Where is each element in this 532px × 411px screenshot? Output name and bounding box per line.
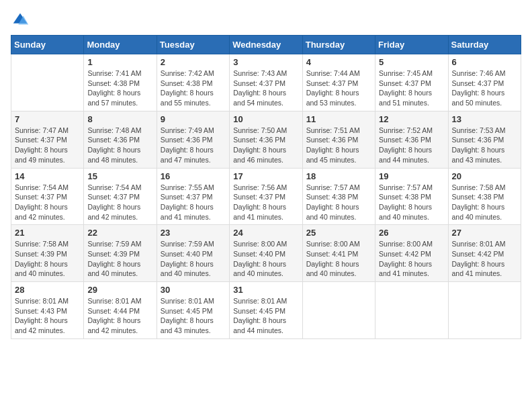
calendar-cell: 24Sunrise: 8:00 AMSunset: 4:40 PMDayligh… [230, 225, 302, 282]
day-number: 17 [233, 171, 298, 181]
page-header [11, 11, 521, 30]
calendar-cell: 7Sunrise: 7:47 AMSunset: 4:37 PMDaylight… [11, 111, 84, 168]
day-number: 3 [233, 57, 298, 67]
day-info: Sunrise: 7:50 AMSunset: 4:36 PMDaylight:… [233, 126, 298, 165]
day-info: Sunrise: 7:42 AMSunset: 4:38 PMDaylight:… [161, 68, 226, 108]
day-info: Sunrise: 7:58 AMSunset: 4:39 PMDaylight:… [15, 239, 80, 279]
day-number: 1 [87, 57, 152, 67]
calendar-cell: 18Sunrise: 7:57 AMSunset: 4:38 PMDayligh… [302, 168, 375, 225]
calendar-cell: 6Sunrise: 7:46 AMSunset: 4:37 PMDaylight… [448, 54, 521, 111]
calendar-header-row: SundayMondayTuesdayWednesdayThursdayFrid… [11, 36, 521, 54]
calendar-cell: 4Sunrise: 7:44 AMSunset: 4:37 PMDaylight… [302, 54, 375, 111]
day-number: 29 [87, 285, 152, 295]
calendar-body: 1Sunrise: 7:41 AMSunset: 4:38 PMDaylight… [11, 54, 521, 339]
day-number: 15 [87, 171, 152, 181]
calendar-week-row: 28Sunrise: 8:01 AMSunset: 4:43 PMDayligh… [11, 282, 521, 339]
day-number: 27 [452, 228, 517, 238]
day-info: Sunrise: 7:41 AMSunset: 4:38 PMDaylight:… [87, 68, 152, 108]
calendar-cell: 21Sunrise: 7:58 AMSunset: 4:39 PMDayligh… [11, 225, 84, 282]
calendar-cell: 16Sunrise: 7:55 AMSunset: 4:37 PMDayligh… [157, 168, 229, 225]
day-info: Sunrise: 7:58 AMSunset: 4:38 PMDaylight:… [452, 183, 517, 222]
calendar-cell: 25Sunrise: 8:00 AMSunset: 4:41 PMDayligh… [302, 225, 375, 282]
calendar-cell: 9Sunrise: 7:49 AMSunset: 4:36 PMDaylight… [157, 111, 229, 168]
day-number: 18 [306, 171, 371, 181]
calendar-cell: 2Sunrise: 7:42 AMSunset: 4:38 PMDaylight… [157, 54, 229, 111]
day-info: Sunrise: 7:56 AMSunset: 4:37 PMDaylight:… [233, 183, 298, 222]
day-info: Sunrise: 8:01 AMSunset: 4:44 PMDaylight:… [87, 296, 152, 336]
calendar-day-header: Thursday [302, 36, 375, 54]
day-number: 16 [161, 171, 226, 181]
day-info: Sunrise: 7:57 AMSunset: 4:38 PMDaylight:… [306, 183, 371, 222]
day-info: Sunrise: 7:43 AMSunset: 4:37 PMDaylight:… [233, 68, 298, 108]
day-number: 2 [161, 57, 226, 67]
calendar-cell: 5Sunrise: 7:45 AMSunset: 4:37 PMDaylight… [375, 54, 448, 111]
day-info: Sunrise: 8:00 AMSunset: 4:41 PMDaylight:… [306, 239, 371, 279]
calendar-cell: 14Sunrise: 7:54 AMSunset: 4:37 PMDayligh… [11, 168, 84, 225]
calendar-cell: 29Sunrise: 8:01 AMSunset: 4:44 PMDayligh… [84, 282, 157, 339]
calendar-cell: 28Sunrise: 8:01 AMSunset: 4:43 PMDayligh… [11, 282, 84, 339]
calendar-cell: 27Sunrise: 8:01 AMSunset: 4:42 PMDayligh… [448, 225, 521, 282]
day-info: Sunrise: 7:46 AMSunset: 4:37 PMDaylight:… [452, 68, 517, 108]
day-info: Sunrise: 8:01 AMSunset: 4:45 PMDaylight:… [161, 296, 226, 336]
calendar-table: SundayMondayTuesdayWednesdayThursdayFrid… [11, 35, 521, 339]
day-number: 31 [233, 285, 298, 295]
calendar-cell [375, 282, 448, 339]
day-info: Sunrise: 8:00 AMSunset: 4:42 PMDaylight:… [379, 239, 444, 279]
day-number: 5 [379, 57, 444, 67]
day-number: 20 [452, 171, 517, 181]
day-info: Sunrise: 7:45 AMSunset: 4:37 PMDaylight:… [379, 68, 444, 108]
calendar-week-row: 7Sunrise: 7:47 AMSunset: 4:37 PMDaylight… [11, 111, 521, 168]
calendar-cell [302, 282, 375, 339]
day-number: 28 [15, 285, 80, 295]
day-number: 23 [161, 228, 226, 238]
day-number: 4 [306, 57, 371, 67]
calendar-day-header: Wednesday [230, 36, 302, 54]
day-info: Sunrise: 7:54 AMSunset: 4:37 PMDaylight:… [87, 183, 152, 222]
calendar-day-header: Sunday [11, 36, 84, 54]
logo-icon [11, 11, 30, 30]
logo [11, 11, 32, 30]
day-number: 30 [161, 285, 226, 295]
day-number: 21 [15, 228, 80, 238]
calendar-cell: 1Sunrise: 7:41 AMSunset: 4:38 PMDaylight… [84, 54, 157, 111]
calendar-cell: 26Sunrise: 8:00 AMSunset: 4:42 PMDayligh… [375, 225, 448, 282]
day-number: 22 [87, 228, 152, 238]
calendar-day-header: Monday [84, 36, 157, 54]
day-info: Sunrise: 7:54 AMSunset: 4:37 PMDaylight:… [15, 183, 80, 222]
day-info: Sunrise: 7:59 AMSunset: 4:39 PMDaylight:… [87, 239, 152, 279]
day-number: 26 [379, 228, 444, 238]
calendar-day-header: Saturday [448, 36, 521, 54]
day-number: 9 [161, 114, 226, 124]
calendar-day-header: Friday [375, 36, 448, 54]
day-number: 11 [306, 114, 371, 124]
calendar-cell: 10Sunrise: 7:50 AMSunset: 4:36 PMDayligh… [230, 111, 302, 168]
day-info: Sunrise: 8:01 AMSunset: 4:42 PMDaylight:… [452, 239, 517, 279]
day-info: Sunrise: 7:49 AMSunset: 4:36 PMDaylight:… [161, 126, 226, 165]
day-number: 19 [379, 171, 444, 181]
day-info: Sunrise: 8:00 AMSunset: 4:40 PMDaylight:… [233, 239, 298, 279]
day-number: 25 [306, 228, 371, 238]
day-info: Sunrise: 8:01 AMSunset: 4:45 PMDaylight:… [233, 296, 298, 336]
calendar-cell: 12Sunrise: 7:52 AMSunset: 4:36 PMDayligh… [375, 111, 448, 168]
calendar-cell: 23Sunrise: 7:59 AMSunset: 4:40 PMDayligh… [157, 225, 229, 282]
day-info: Sunrise: 7:51 AMSunset: 4:36 PMDaylight:… [306, 126, 371, 165]
day-info: Sunrise: 7:57 AMSunset: 4:38 PMDaylight:… [379, 183, 444, 222]
day-info: Sunrise: 7:44 AMSunset: 4:37 PMDaylight:… [306, 68, 371, 108]
day-info: Sunrise: 8:01 AMSunset: 4:43 PMDaylight:… [15, 296, 80, 336]
day-info: Sunrise: 7:53 AMSunset: 4:36 PMDaylight:… [452, 126, 517, 165]
calendar-week-row: 1Sunrise: 7:41 AMSunset: 4:38 PMDaylight… [11, 54, 521, 111]
day-number: 7 [15, 114, 80, 124]
day-info: Sunrise: 7:52 AMSunset: 4:36 PMDaylight:… [379, 126, 444, 165]
calendar-cell: 13Sunrise: 7:53 AMSunset: 4:36 PMDayligh… [448, 111, 521, 168]
day-number: 13 [452, 114, 517, 124]
day-info: Sunrise: 7:47 AMSunset: 4:37 PMDaylight:… [15, 126, 80, 165]
calendar-cell: 3Sunrise: 7:43 AMSunset: 4:37 PMDaylight… [230, 54, 302, 111]
day-info: Sunrise: 7:48 AMSunset: 4:36 PMDaylight:… [87, 126, 152, 165]
day-number: 12 [379, 114, 444, 124]
day-number: 6 [452, 57, 517, 67]
calendar-cell: 17Sunrise: 7:56 AMSunset: 4:37 PMDayligh… [230, 168, 302, 225]
calendar-week-row: 14Sunrise: 7:54 AMSunset: 4:37 PMDayligh… [11, 168, 521, 225]
calendar-cell: 11Sunrise: 7:51 AMSunset: 4:36 PMDayligh… [302, 111, 375, 168]
calendar-cell [11, 54, 84, 111]
day-info: Sunrise: 7:59 AMSunset: 4:40 PMDaylight:… [161, 239, 226, 279]
